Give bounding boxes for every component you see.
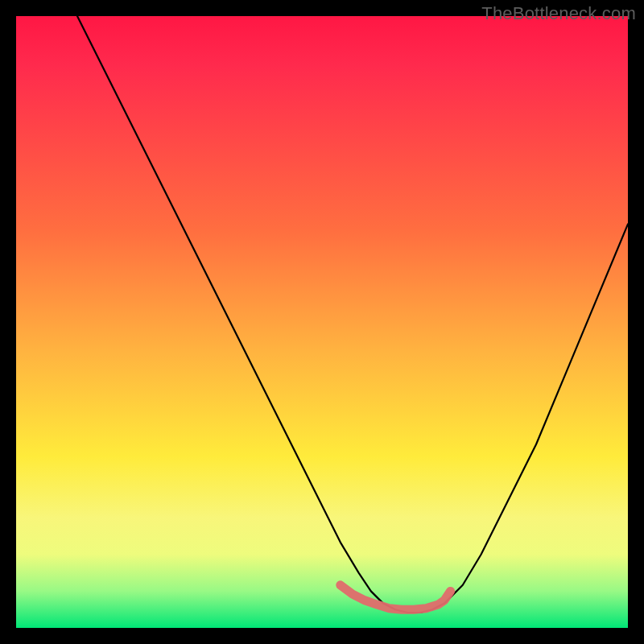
bottleneck-curve (77, 16, 628, 613)
chart-frame: TheBottleneck.com (0, 0, 644, 644)
chart-svg (16, 16, 628, 628)
plot-area (16, 16, 628, 628)
watermark-text: TheBottleneck.com (481, 3, 636, 24)
highlight-region (341, 585, 451, 609)
